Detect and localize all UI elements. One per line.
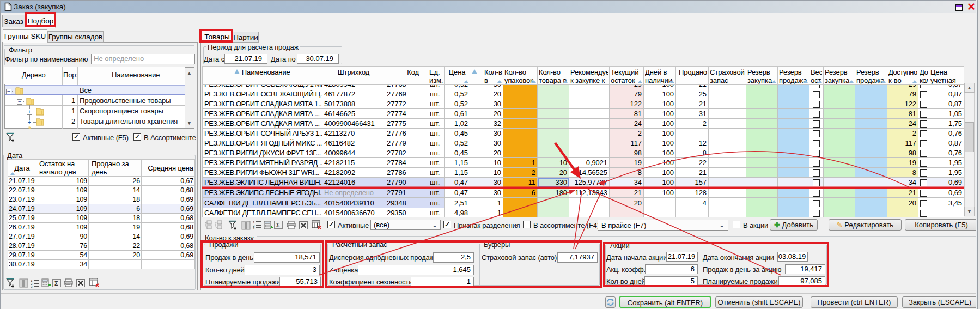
svg-text:Σ: Σ — [54, 280, 58, 287]
svg-text:3: 3 — [253, 227, 255, 229]
svg-text:Σ: Σ — [276, 222, 280, 228]
svg-text:3: 3 — [31, 285, 33, 288]
